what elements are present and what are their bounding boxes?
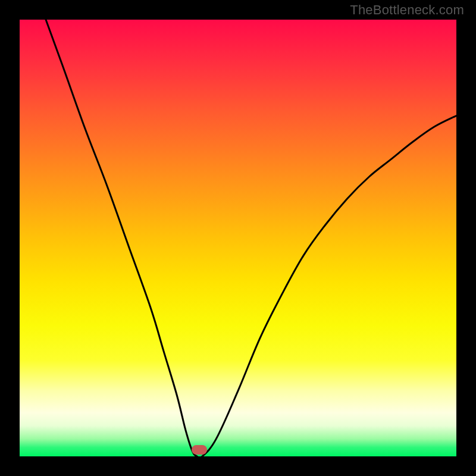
plot-area bbox=[20, 20, 456, 456]
curve-svg bbox=[20, 20, 456, 456]
attribution-label: TheBottleneck.com bbox=[350, 2, 464, 18]
bottleneck-curve bbox=[46, 20, 456, 456]
chart-frame: TheBottleneck.com bbox=[0, 0, 476, 476]
min-marker bbox=[192, 445, 207, 455]
